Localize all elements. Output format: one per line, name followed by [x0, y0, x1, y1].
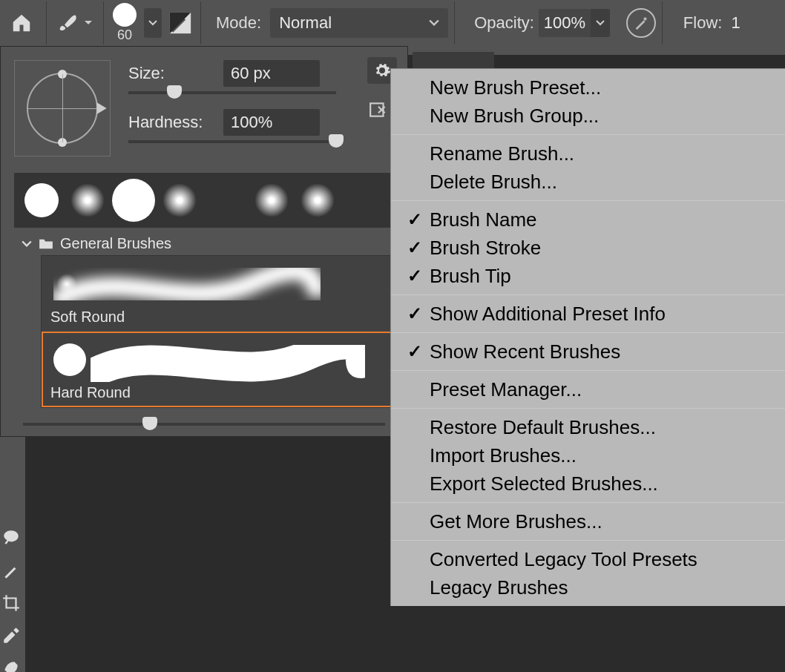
- menu-item[interactable]: New Brush Preset...: [391, 73, 785, 102]
- menu-item-label: Brush Name: [430, 208, 537, 231]
- menu-item-label: Preset Manager...: [430, 378, 582, 401]
- menu-item-label: Import Brushes...: [430, 444, 577, 467]
- tool-button[interactable]: [1, 657, 24, 672]
- chevron-down-icon: [429, 19, 439, 27]
- recent-brush-swatch[interactable]: [295, 177, 341, 223]
- flow-label: Flow:: [683, 13, 723, 33]
- menu-item[interactable]: Preset Manager...: [391, 375, 785, 403]
- brush-preview-dot: [113, 3, 137, 27]
- brush-preset-panel: Size: 60 px Hardness: 100% General Brush…: [0, 46, 408, 437]
- flow-value[interactable]: 1: [731, 13, 740, 33]
- menu-item-label: Delete Brush...: [430, 171, 557, 194]
- wand-icon: [1, 561, 21, 580]
- hardness-slider[interactable]: [128, 140, 336, 143]
- current-tool[interactable]: [53, 12, 97, 34]
- menu-item[interactable]: ✓Show Additional Preset Info: [391, 300, 785, 328]
- recent-brush-swatch[interactable]: [19, 177, 65, 223]
- preset-label: Hard Round: [50, 384, 131, 401]
- menu-item-label: Brush Tip: [430, 265, 511, 288]
- menu-item[interactable]: Delete Brush...: [391, 168, 785, 196]
- preview-size-slider[interactable]: [23, 423, 385, 426]
- svg-rect-2: [644, 18, 647, 21]
- menu-item-label: Brush Stroke: [430, 237, 541, 260]
- size-slider[interactable]: [128, 91, 336, 94]
- check-icon: ✓: [407, 341, 430, 362]
- tools-panel: [0, 524, 25, 672]
- home-icon: [10, 12, 33, 34]
- brush-preset-item[interactable]: Soft Round: [42, 256, 393, 332]
- opacity-field[interactable]: 100%: [539, 9, 591, 37]
- menu-item-label: Show Additional Preset Info: [430, 303, 666, 326]
- menu-item-label: Rename Brush...: [430, 142, 574, 165]
- brush-preset-picker[interactable]: 60: [110, 3, 139, 43]
- menu-item[interactable]: Restore Default Brushes...: [391, 413, 785, 441]
- size-label: Size:: [128, 64, 210, 83]
- tool-button[interactable]: [1, 625, 24, 647]
- panel-options-menu: New Brush Preset...New Brush Group...Ren…: [390, 68, 785, 606]
- menu-item-label: Get More Brushes...: [430, 510, 602, 533]
- check-icon: ✓: [407, 266, 430, 286]
- blend-mode-select[interactable]: Normal: [270, 8, 448, 38]
- preset-group-header[interactable]: General Brushes: [22, 235, 394, 252]
- brush-stroke-preview: [91, 345, 365, 382]
- lasso-icon: [1, 528, 21, 547]
- brush-preset-dropdown[interactable]: [144, 8, 162, 38]
- menu-item-label: Restore Default Brushes...: [430, 416, 656, 439]
- group-name: General Brushes: [60, 235, 171, 252]
- hardness-label: Hardness:: [128, 113, 210, 132]
- tool-button[interactable]: [1, 559, 24, 582]
- create-preset-button[interactable]: [367, 100, 390, 119]
- recent-brushes-row: [14, 173, 394, 228]
- brush-stroke-preview: [53, 268, 321, 309]
- brush-size-number: 60: [117, 27, 132, 43]
- menu-item[interactable]: Converted Legacy Tool Presets: [391, 545, 785, 573]
- size-field[interactable]: 60 px: [223, 60, 320, 87]
- menu-item[interactable]: ✓Brush Name: [391, 205, 785, 234]
- check-icon: ✓: [407, 209, 430, 230]
- opacity-dropdown[interactable]: [591, 9, 610, 37]
- gear-icon: [373, 62, 391, 79]
- menu-item-label: New Brush Group...: [430, 105, 599, 128]
- brush-angle-control[interactable]: [14, 60, 111, 157]
- spot-heal-icon: [1, 659, 21, 672]
- slider-thumb[interactable]: [329, 134, 344, 148]
- menu-item-label: Legacy Brushes: [430, 576, 568, 599]
- chevron-down-icon: [22, 240, 32, 248]
- menu-item[interactable]: ✓Brush Tip: [391, 262, 785, 290]
- check-icon: ✓: [407, 303, 430, 324]
- pressure-opacity-button[interactable]: [626, 8, 656, 38]
- check-icon: ✓: [407, 237, 430, 258]
- recent-brush-swatch[interactable]: [157, 177, 203, 223]
- slider-thumb[interactable]: [167, 85, 182, 99]
- new-document-icon: [369, 102, 388, 118]
- menu-item-label: Export Selected Brushes...: [430, 472, 658, 495]
- opacity-label: Opacity:: [474, 13, 534, 33]
- slider-thumb[interactable]: [142, 417, 157, 430]
- menu-item[interactable]: New Brush Group...: [391, 102, 785, 130]
- menu-item[interactable]: Get More Brushes...: [391, 507, 785, 536]
- hardness-field[interactable]: 100%: [223, 109, 320, 136]
- recent-brush-swatch[interactable]: [111, 177, 157, 223]
- menu-item[interactable]: Import Brushes...: [391, 441, 785, 470]
- tool-button[interactable]: [1, 592, 24, 614]
- brush-preset-item[interactable]: Hard Round: [42, 332, 393, 407]
- menu-item-label: Converted Legacy Tool Presets: [430, 548, 697, 571]
- folder-icon: [38, 238, 54, 250]
- chevron-down-icon: [148, 20, 157, 26]
- menu-item[interactable]: Rename Brush...: [391, 139, 785, 168]
- recent-brush-swatch[interactable]: [203, 177, 249, 223]
- menu-item[interactable]: ✓Brush Stroke: [391, 234, 785, 262]
- menu-item[interactable]: ✓Show Recent Brushes: [391, 337, 785, 366]
- chevron-down-icon: [84, 20, 93, 26]
- crop-icon: [1, 593, 21, 613]
- toggle-brush-panel-button[interactable]: [166, 9, 194, 37]
- blend-mode-value: Normal: [279, 13, 332, 33]
- menu-item[interactable]: Legacy Brushes: [391, 573, 785, 602]
- brush-settings-icon: [168, 10, 193, 36]
- recent-brush-swatch[interactable]: [249, 177, 295, 223]
- home-button[interactable]: [3, 4, 40, 42]
- recent-brush-swatch[interactable]: [65, 177, 111, 223]
- preset-list: Soft RoundHard Round: [41, 255, 394, 408]
- tool-button[interactable]: [1, 527, 24, 549]
- menu-item[interactable]: Export Selected Brushes...: [391, 470, 785, 498]
